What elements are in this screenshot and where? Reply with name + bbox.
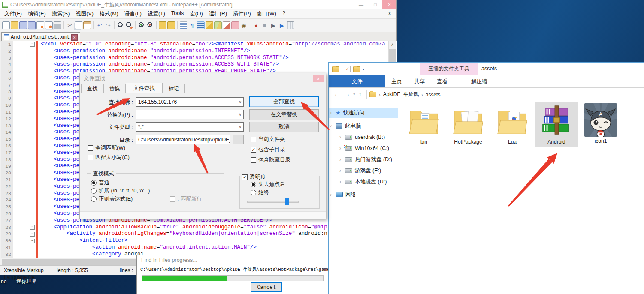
fold-collapse-icon[interactable]: −	[30, 232, 35, 237]
chevron-icon[interactable]: ›	[338, 134, 342, 140]
tab-home[interactable]: 主页	[385, 75, 408, 87]
menu-item-1[interactable]: 编辑(E)	[25, 10, 49, 18]
close-all-button[interactable]	[45, 21, 53, 29]
new-file-button[interactable]	[2, 21, 10, 29]
macro-play-button[interactable]: ▶	[269, 21, 277, 29]
menu-close-document-icon[interactable]: X	[388, 11, 391, 17]
qat-folder-icon[interactable]	[332, 66, 339, 72]
chevron-icon[interactable]: ›	[329, 192, 333, 198]
fold-collapse-icon[interactable]: −	[30, 239, 35, 243]
tab-mark[interactable]: 标记	[163, 84, 185, 93]
cancel-button[interactable]: 取消	[249, 122, 319, 132]
file-types-input[interactable]: *.*	[136, 122, 244, 132]
document-tab[interactable]: AndroidManifest.xml x	[1, 32, 80, 42]
macro-record-button[interactable]: ●	[252, 21, 260, 29]
file-item-lua[interactable]: Lua	[491, 102, 534, 147]
match-case-checkbox[interactable]: 匹配大小写(C)	[88, 154, 130, 161]
file-item-icon1[interactable]: A icon1	[579, 102, 622, 147]
mode-extended-radio[interactable]: 扩展 (\n, \r, \t, \0, \x...)	[91, 187, 150, 195]
sidebar-item-drive-b[interactable]: › userdisk (B:)	[329, 132, 408, 142]
include-hidden-checkbox[interactable]: 包含隐藏目录	[251, 156, 290, 164]
sidebar-item-drive-c[interactable]: › Win10x64 (C:)	[329, 143, 408, 153]
progress-cancel-button[interactable]: Cancel	[251, 282, 282, 292]
mode-normal-radio[interactable]: 普通	[91, 179, 109, 186]
redo-button[interactable]: ↷	[104, 21, 112, 29]
directory-input[interactable]: C:\Users\Administrator\Desktop\ApkIDE_牛旋…	[136, 135, 230, 144]
replace-with-input[interactable]	[136, 110, 244, 119]
macro-save-button[interactable]	[287, 21, 294, 29]
replace-button[interactable]	[125, 21, 133, 29]
sidebar-item-drive-e[interactable]: › 游戏盘 (E:)	[329, 165, 408, 176]
chevron-icon[interactable]: ›	[338, 179, 342, 185]
menu-item-10[interactable]: 插件(P)	[230, 10, 254, 18]
current-folder-checkbox[interactable]: 当前文件夹	[251, 136, 285, 143]
menu-item-6[interactable]: 设置(T)	[145, 10, 168, 18]
zoom-out-button[interactable]	[146, 21, 154, 29]
tab-extract[interactable]: 解压缩	[460, 75, 499, 87]
document-map-button[interactable]	[214, 21, 222, 29]
cut-button[interactable]: ✂	[66, 21, 74, 29]
transparency-slider[interactable]	[247, 201, 299, 203]
menu-item-8[interactable]: 宏(O)	[187, 10, 206, 18]
macro-stop-button[interactable]: ■	[261, 21, 269, 29]
copy-button[interactable]	[75, 21, 82, 29]
close-button[interactable]: ×	[382, 0, 396, 9]
chevron-icon[interactable]: ›	[338, 145, 342, 151]
vertical-scrollbar-thumb[interactable]	[389, 49, 396, 62]
save-all-button[interactable]	[28, 21, 36, 29]
menu-item-2[interactable]: 搜索(S)	[49, 10, 73, 18]
menu-item-7[interactable]: Tools	[168, 10, 187, 18]
tab-find-in-files[interactable]: 文件查找	[126, 83, 163, 93]
tab-find[interactable]: 查找	[81, 84, 103, 93]
macro-run-multiple-button[interactable]: ▶	[278, 21, 286, 29]
chevron-icon[interactable]: ›	[329, 110, 333, 116]
menu-item-4[interactable]: 格式(M)	[97, 10, 121, 18]
paste-button[interactable]	[83, 21, 91, 29]
tab-replace[interactable]: 替换	[103, 84, 126, 93]
file-item-android[interactable]: Android	[535, 102, 578, 147]
function-list-button[interactable]	[206, 21, 213, 29]
find-target-input[interactable]: 164.155.102.176	[136, 97, 244, 107]
replace-in-files-button[interactable]: 在文章替换	[249, 109, 319, 120]
chevron-icon[interactable]: ›	[338, 156, 342, 162]
dialog-close-icon[interactable]: x	[313, 75, 324, 82]
menu-item-9[interactable]: 运行(R)	[206, 10, 230, 18]
monitoring-button[interactable]: ◉	[240, 21, 248, 29]
indent-guide-button[interactable]	[197, 21, 205, 29]
tab-share[interactable]: 共享	[408, 75, 431, 87]
sidebar-item-drive-d[interactable]: › 热门游戏盘 (D:)	[329, 154, 408, 165]
word-wrap-button[interactable]	[180, 21, 187, 29]
sidebar-item-quick-access[interactable]: › ★ 快速访问	[329, 108, 398, 118]
fold-collapse-icon[interactable]: −	[30, 42, 35, 47]
file-item-hotpackage[interactable]: HotPackage	[447, 102, 490, 147]
tab-file[interactable]: 文件	[329, 75, 385, 87]
chevron-icon[interactable]: ›	[338, 168, 342, 174]
chevron-expanded-icon[interactable]: ›	[328, 124, 334, 128]
project-panel-button[interactable]	[231, 21, 239, 29]
menu-item-11[interactable]: 窗口(W)	[254, 10, 279, 18]
breadcrumb-item[interactable]: assets	[426, 92, 441, 98]
up-icon[interactable]: ↑	[359, 90, 362, 97]
fold-collapse-icon[interactable]: −	[30, 225, 35, 230]
qat-new-folder-icon[interactable]	[353, 66, 360, 72]
always-radio[interactable]: 始终	[251, 189, 269, 196]
undo-button[interactable]: ↶	[96, 21, 103, 29]
qat-dropdown-icon[interactable]: ▾	[363, 67, 364, 71]
whole-word-checkbox[interactable]: 全词匹配(W)	[88, 144, 125, 152]
sync-vertical-button[interactable]	[159, 21, 166, 29]
sync-horizontal-button[interactable]	[167, 21, 175, 29]
zoom-in-button[interactable]	[138, 21, 145, 29]
browse-directory-button[interactable]: ...	[233, 135, 244, 144]
maximize-button[interactable]: □	[368, 0, 382, 9]
find-all-button[interactable]: 全部查找	[249, 96, 319, 107]
document-switcher-button[interactable]	[223, 21, 230, 29]
qat-properties-icon[interactable]: ✓	[345, 66, 351, 72]
breadcrumb-item[interactable]: ApkIDE_牛旋风	[383, 91, 419, 98]
find-button[interactable]	[117, 21, 124, 29]
breadcrumb[interactable]: › ApkIDE_牛旋风 › assets	[366, 90, 641, 99]
on-losing-focus-radio[interactable]: 失去焦点后	[251, 181, 285, 188]
file-item-bin[interactable]: bin	[402, 102, 445, 147]
minimize-button[interactable]: —	[354, 0, 368, 9]
include-subdirs-checkbox[interactable]: ✓ 包含子目录	[251, 146, 285, 153]
menu-item-3[interactable]: 视图(V)	[73, 10, 97, 18]
